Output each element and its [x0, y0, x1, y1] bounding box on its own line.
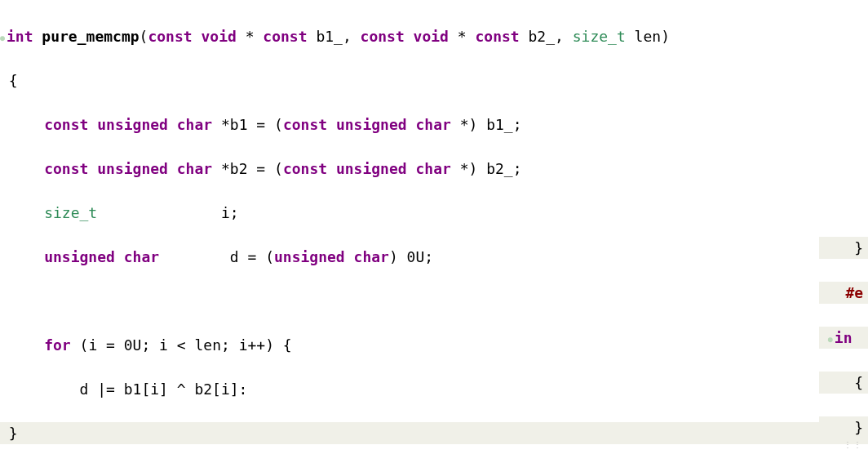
- comma: ,: [555, 28, 564, 45]
- paren: ): [389, 248, 398, 265]
- star: *: [221, 160, 230, 177]
- keyword-unsigned: unsigned: [44, 248, 115, 265]
- paren: ): [469, 116, 478, 133]
- var: i: [221, 204, 230, 221]
- keyword-const: const: [44, 116, 88, 133]
- var: b1: [230, 116, 248, 133]
- code-line: const unsigned char *b2 = (const unsigne…: [0, 158, 868, 180]
- code-line: unsigned char d = (unsigned char) 0U;: [0, 246, 868, 268]
- type-sizet: size_t: [44, 204, 97, 221]
- keyword-const: const: [283, 116, 327, 133]
- function-name: pure_memcmp: [42, 28, 139, 45]
- right-int: ●in: [819, 327, 868, 349]
- star: *: [458, 28, 467, 45]
- type-sizet: size_t: [573, 28, 626, 45]
- eq: =: [256, 116, 265, 133]
- code-line: const unsigned char *b1 = (const unsigne…: [0, 114, 868, 136]
- comma: ,: [343, 28, 352, 45]
- right-brace-open: {: [819, 372, 868, 394]
- var: d: [230, 248, 239, 265]
- var: b2_: [486, 160, 513, 177]
- semi: ;: [221, 336, 230, 354]
- right-brace: }: [819, 237, 868, 259]
- keyword-unsigned: unsigned: [274, 248, 345, 265]
- var: b1_: [486, 116, 513, 133]
- param: b1_: [316, 28, 343, 45]
- keyword-unsigned: unsigned: [336, 160, 407, 177]
- code-editor[interactable]: ●int pure_memcmp(const void * const b1_,…: [0, 0, 868, 454]
- breakpoint-marker: ●: [0, 32, 7, 44]
- keyword-char: char: [177, 160, 212, 177]
- semi: ;: [230, 204, 239, 221]
- code-line: for (i = 0U; i < len; i++) {: [0, 334, 868, 356]
- expr: i++: [239, 336, 266, 354]
- param: b2_: [529, 28, 556, 45]
- eq: =: [256, 160, 265, 177]
- paren: (: [140, 28, 148, 45]
- semi: ;: [424, 248, 433, 265]
- keyword-char: char: [354, 248, 389, 265]
- keyword-for: for: [44, 336, 71, 354]
- var: b2: [230, 160, 248, 177]
- star: *: [460, 116, 469, 133]
- keyword-const: const: [361, 28, 405, 45]
- code-line: }: [0, 422, 868, 444]
- semi: ;: [513, 160, 522, 177]
- resize-grip-icon[interactable]: ⋮⋮: [844, 438, 863, 451]
- star: *: [246, 28, 255, 45]
- paren: ): [469, 160, 478, 177]
- keyword-const: const: [44, 160, 88, 177]
- semi: ;: [141, 336, 150, 354]
- right-preproc: #e: [819, 282, 868, 304]
- code-line: d |= b1[i] ^ b2[i]:: [0, 378, 868, 400]
- brace: {: [9, 72, 18, 89]
- statement: d |= b1[i] ^ b2[i]:: [80, 381, 248, 398]
- paren: (: [80, 336, 89, 354]
- paren: ): [265, 336, 274, 354]
- brace: }: [9, 425, 18, 442]
- star: *: [221, 116, 230, 133]
- paren: ): [661, 28, 670, 45]
- keyword-void: void: [201, 28, 236, 45]
- semi: ;: [513, 116, 522, 133]
- keyword-const: const: [263, 28, 307, 45]
- code-line: size_t i;: [0, 202, 868, 224]
- brace: {: [283, 336, 292, 354]
- literal: 0U: [407, 248, 425, 265]
- keyword-void: void: [414, 28, 449, 45]
- paren: (: [274, 160, 283, 177]
- code-line: {: [0, 69, 868, 91]
- code-line: ●int pure_memcmp(const void * const b1_,…: [0, 25, 868, 47]
- keyword-char: char: [415, 116, 450, 133]
- star: *: [460, 160, 469, 177]
- keyword-unsigned: unsigned: [97, 116, 168, 133]
- eq: =: [247, 248, 256, 265]
- keyword-char: char: [177, 116, 212, 133]
- keyword-unsigned: unsigned: [336, 116, 407, 133]
- keyword-const: const: [148, 28, 192, 45]
- param: len: [635, 28, 662, 45]
- expr: i < len: [159, 336, 221, 354]
- keyword-int: int: [7, 28, 33, 45]
- keyword-const: const: [283, 160, 327, 177]
- expr: i = 0U: [88, 336, 141, 354]
- keyword-const: const: [476, 28, 520, 45]
- paren: (: [265, 248, 274, 265]
- keyword-char: char: [415, 160, 450, 177]
- keyword-char: char: [124, 248, 159, 265]
- code-line: [0, 290, 868, 312]
- paren: (: [274, 116, 283, 133]
- keyword-unsigned: unsigned: [97, 160, 168, 177]
- right-brace-close: }: [819, 416, 868, 438]
- right-margin-overlay: } #e ●in { }: [819, 237, 868, 454]
